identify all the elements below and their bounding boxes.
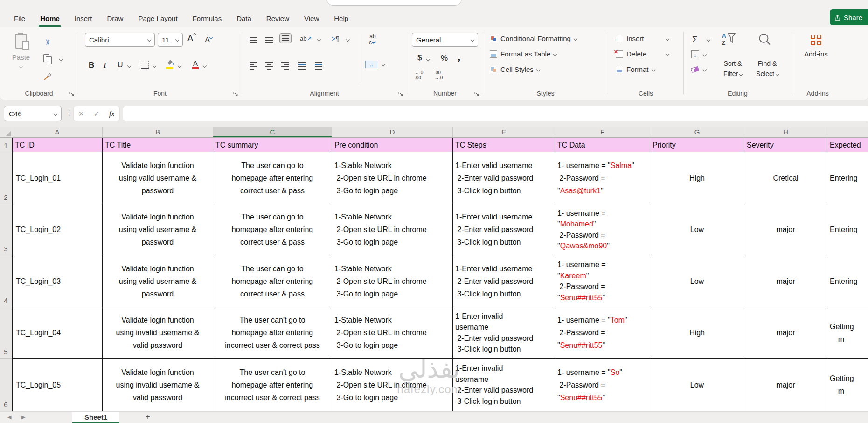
cell-A2[interactable]: TC_Login_01: [12, 152, 103, 204]
format-painter-icon[interactable]: [43, 72, 52, 83]
decrease-indent-icon[interactable]: [298, 62, 306, 70]
number-dialog-launcher[interactable]: [473, 91, 480, 97]
cut-icon[interactable]: ✂: [42, 39, 52, 45]
column-header-G[interactable]: G: [650, 127, 744, 138]
find-select-label-2[interactable]: Select: [751, 70, 784, 78]
sort-filter-label-2[interactable]: Filter: [716, 70, 749, 78]
conditional-formatting-button[interactable]: Conditional Formatting: [490, 35, 577, 42]
shrink-font-button[interactable]: A: [205, 35, 212, 43]
merge-center-chevron[interactable]: [382, 63, 385, 66]
sort-filter-label-1[interactable]: Sort &: [716, 60, 749, 67]
delete-cells-button[interactable]: ✕ Delete: [616, 50, 646, 58]
currency-button[interactable]: $: [417, 53, 422, 63]
cell-I2[interactable]: Entering: [827, 152, 868, 204]
cell-F5[interactable]: 1- username = "Tom" 2-Password ="Senu##r…: [555, 307, 650, 359]
cell-H1[interactable]: Severity: [744, 138, 827, 152]
cell-E1[interactable]: TC Steps: [453, 138, 555, 152]
decrease-decimal-icon[interactable]: .00 →.0: [434, 70, 443, 80]
align-right-icon[interactable]: [281, 62, 289, 70]
share-button[interactable]: Share: [830, 9, 868, 25]
cell-B1[interactable]: TC Title: [103, 138, 213, 152]
orientation-icon[interactable]: ab↗: [300, 35, 312, 42]
bold-button[interactable]: B: [89, 61, 94, 70]
comma-button[interactable]: ,: [458, 50, 460, 63]
row-header-4[interactable]: 4: [0, 255, 12, 307]
cell-C5[interactable]: The user can't go tohomepage after enter…: [213, 307, 332, 359]
cell-G3[interactable]: Low: [650, 204, 744, 255]
wrap-text-icon[interactable]: abc↵: [369, 34, 376, 46]
fill-chevron[interactable]: [703, 53, 707, 56]
name-box[interactable]: C46: [4, 106, 62, 121]
find-select-icon[interactable]: [757, 33, 771, 49]
fill-down-icon[interactable]: ↓: [691, 50, 699, 58]
cell-A1[interactable]: TC ID: [12, 138, 103, 152]
autosum-chevron[interactable]: [707, 38, 710, 42]
cell-E5[interactable]: 1-Enter invalidusername 2-Enter valid pa…: [453, 307, 555, 359]
cell-D5[interactable]: 1-Stable Network 2-Open site URL in chro…: [332, 307, 453, 359]
cell-D4[interactable]: 1-Stable Network 2-Open site URL in chro…: [332, 255, 453, 307]
row-header-5[interactable]: 5: [0, 307, 12, 359]
clear-chevron[interactable]: [703, 68, 707, 71]
cell-H5[interactable]: major: [744, 307, 827, 359]
cell-H4[interactable]: major: [744, 255, 827, 307]
search-box-remnant[interactable]: [326, 0, 462, 6]
menu-tab-formulas[interactable]: Formulas: [185, 12, 229, 25]
middle-align-icon[interactable]: [265, 37, 273, 43]
insert-cells-button[interactable]: ← Insert: [616, 35, 644, 42]
cell-H6[interactable]: major: [744, 359, 827, 411]
row-header-1[interactable]: 1: [0, 138, 12, 152]
menu-tab-data[interactable]: Data: [229, 12, 259, 25]
insert-cells-chevron[interactable]: [666, 37, 669, 41]
cell-C2[interactable]: The user can go tohomepage after enterin…: [213, 152, 332, 204]
menu-tab-view[interactable]: View: [297, 12, 326, 25]
cell-A6[interactable]: TC_Login_05: [12, 359, 103, 411]
menu-tab-review[interactable]: Review: [259, 12, 297, 25]
font-dialog-launcher[interactable]: [232, 91, 239, 97]
fill-color-chevron[interactable]: [178, 64, 181, 68]
font-size-combo[interactable]: 11: [158, 33, 183, 47]
formula-input[interactable]: [123, 106, 868, 121]
text-direction-chevron[interactable]: [346, 38, 350, 42]
enter-icon[interactable]: ✓: [94, 110, 100, 118]
sheet-nav-left-icon[interactable]: ◀: [7, 414, 11, 420]
name-box-chevron[interactable]: [54, 112, 57, 115]
cell-A5[interactable]: TC_Login_04: [12, 307, 103, 359]
cell-styles-button[interactable]: Cell Styles: [490, 65, 540, 73]
increase-decimal-icon[interactable]: ←.0 .00: [415, 70, 423, 80]
cell-I6[interactable]: Getting m: [827, 359, 868, 411]
italic-button[interactable]: I: [104, 61, 106, 70]
cell-B6[interactable]: Validate login functionusing invalid use…: [103, 359, 213, 411]
column-header-E[interactable]: E: [453, 127, 555, 138]
cell-A3[interactable]: TC_Login_02: [12, 204, 103, 255]
row-header-6[interactable]: 6: [0, 359, 12, 411]
font-color-icon[interactable]: A: [192, 60, 199, 69]
cell-E2[interactable]: 1-Enter valid username 2-Enter valid pas…: [453, 152, 555, 204]
align-left-icon[interactable]: [250, 62, 257, 70]
copy-icon[interactable]: [43, 54, 54, 65]
cell-D2[interactable]: 1-Stable Network 2-Open site URL in chro…: [332, 152, 453, 204]
cell-D1[interactable]: Pre condition: [332, 138, 453, 152]
sort-filter-icon[interactable]: A Z: [722, 33, 736, 47]
cell-C6[interactable]: The user can't go tohomepage after enter…: [213, 359, 332, 411]
row-header-2[interactable]: 2: [0, 152, 12, 204]
add-sheet-button[interactable]: +: [146, 412, 150, 422]
sheet-nav-right-icon[interactable]: ▶: [21, 414, 25, 420]
cell-E3[interactable]: 1-Enter valid username 2-Enter valid pas…: [453, 204, 555, 255]
addins-button[interactable]: Add-ins: [804, 35, 828, 58]
underline-button[interactable]: U: [118, 61, 123, 69]
cell-E4[interactable]: 1-Enter valid username 2-Enter valid pas…: [453, 255, 555, 307]
orientation-chevron[interactable]: [317, 38, 321, 42]
find-select-label-1[interactable]: Find &: [751, 60, 784, 67]
cell-F4[interactable]: 1- username ="Kareem" 2-Password ="Senu#…: [555, 255, 650, 307]
cell-D6[interactable]: 1-Stable Network 2-Open site URL in chro…: [332, 359, 453, 411]
cell-D3[interactable]: 1-Stable Network 2-Open site URL in chro…: [332, 204, 453, 255]
paste-dropdown-chevron[interactable]: [19, 65, 23, 69]
cell-G5[interactable]: High: [650, 307, 744, 359]
merge-center-icon[interactable]: ↔: [365, 61, 377, 68]
copy-dropdown-chevron[interactable]: [59, 57, 63, 61]
menu-tab-page-layout[interactable]: Page Layout: [131, 12, 185, 25]
column-header-D[interactable]: D: [332, 127, 453, 138]
cell-C3[interactable]: The user can go tohomepage after enterin…: [213, 204, 332, 255]
cell-G2[interactable]: High: [650, 152, 744, 204]
column-header-partial[interactable]: [827, 127, 868, 138]
